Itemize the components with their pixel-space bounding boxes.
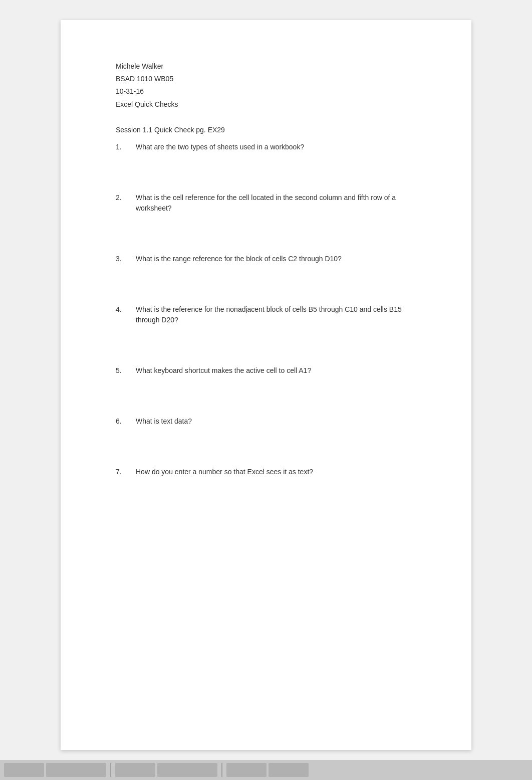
taskbar-item-1[interactable]	[4, 763, 44, 777]
question-text-6: What is text data?	[136, 416, 426, 427]
question-number-6: 6.	[116, 416, 136, 427]
taskbar-item-4[interactable]	[157, 763, 217, 777]
header-title: Excel Quick Checks	[116, 98, 426, 111]
question-item-6: 6.What is text data?	[116, 416, 426, 427]
taskbar-separator	[110, 763, 111, 777]
taskbar-separator-2	[221, 763, 222, 777]
question-number-2: 2.	[116, 192, 136, 214]
question-list: 1.What are the two types of sheets used …	[116, 142, 426, 477]
question-item-5: 5.What keyboard shortcut makes the activ…	[116, 365, 426, 376]
taskbar-item-2[interactable]	[46, 763, 106, 777]
header-date: 10-31-16	[116, 85, 426, 98]
header-course: BSAD 1010 WB05	[116, 73, 426, 85]
header-name: Michele Walker	[116, 60, 426, 73]
question-item-4: 4.What is the reference for the nonadjac…	[116, 304, 426, 325]
page-container: Michele Walker BSAD 1010 WB05 10-31-16 E…	[0, 0, 532, 780]
question-number-1: 1.	[116, 142, 136, 152]
question-number-5: 5.	[116, 365, 136, 376]
taskbar-item-5[interactable]	[226, 763, 267, 777]
question-item-2: 2.What is the cell reference for the cel…	[116, 192, 426, 214]
question-text-7: How do you enter a number so that Excel …	[136, 467, 426, 477]
taskbar-item-3[interactable]	[115, 763, 155, 777]
question-number-7: 7.	[116, 467, 136, 477]
question-number-4: 4.	[116, 304, 136, 325]
question-number-3: 3.	[116, 254, 136, 264]
question-item-7: 7.How do you enter a number so that Exce…	[116, 467, 426, 477]
question-item-3: 3.What is the range reference for the bl…	[116, 254, 426, 264]
question-text-5: What keyboard shortcut makes the active …	[136, 365, 426, 376]
taskbar	[0, 760, 532, 780]
document: Michele Walker BSAD 1010 WB05 10-31-16 E…	[61, 20, 471, 750]
question-text-3: What is the range reference for the bloc…	[136, 254, 426, 264]
taskbar-item-6[interactable]	[269, 763, 309, 777]
section-title: Session 1.1 Quick Check pg. EX29	[116, 126, 426, 134]
question-item-1: 1.What are the two types of sheets used …	[116, 142, 426, 152]
question-text-4: What is the reference for the nonadjacen…	[136, 304, 426, 325]
question-text-2: What is the cell reference for the cell …	[136, 192, 426, 214]
question-text-1: What are the two types of sheets used in…	[136, 142, 426, 152]
header-info: Michele Walker BSAD 1010 WB05 10-31-16 E…	[116, 60, 426, 111]
